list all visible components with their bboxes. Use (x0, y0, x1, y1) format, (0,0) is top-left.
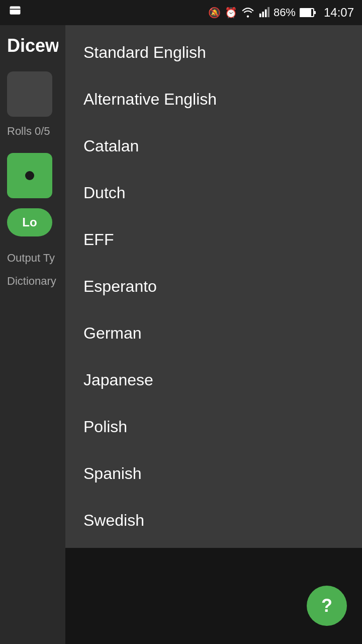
signal-icon (258, 7, 269, 18)
dropdown-item-label-alternative-english: Alternative English (83, 90, 217, 109)
output-type-label: Output Ty (7, 252, 58, 265)
dropdown-item-polish[interactable]: Polish (65, 404, 362, 450)
notification-icon (8, 5, 22, 21)
wifi-icon (241, 7, 254, 18)
dropdown-item-label-catalan: Catalan (83, 137, 139, 155)
svg-rect-6 (300, 9, 311, 16)
svg-rect-3 (265, 10, 267, 18)
svg-rect-2 (262, 12, 264, 17)
dropdown-item-label-japanese: Japanese (83, 371, 153, 389)
status-bar: 🔕 ⏰ 86% 14:07 (0, 0, 362, 25)
alarm-icon: ⏰ (225, 7, 237, 19)
svg-rect-0 (10, 7, 21, 15)
dropdown-item-label-spanish: Spanish (83, 464, 142, 483)
dropdown-item-japanese[interactable]: Japanese (65, 357, 362, 404)
dictionary-label: Dictionary (7, 275, 58, 288)
help-fab-button[interactable]: ? (307, 586, 347, 626)
dropdown-item-german[interactable]: German (65, 310, 362, 357)
dropdown-item-swedish[interactable]: Swedish (65, 497, 362, 544)
dictionary-dropdown: Standard EnglishAlternative EnglishCatal… (65, 25, 362, 548)
svg-rect-4 (267, 7, 269, 17)
lock-button[interactable]: Lo (7, 208, 52, 236)
status-icons: 🔕 ⏰ 86% 14:07 (208, 6, 354, 20)
status-time: 14:07 (324, 6, 354, 20)
dice-dot (25, 171, 34, 180)
app-title: Dicew (7, 35, 58, 56)
mute-icon: 🔕 (208, 7, 221, 19)
dropdown-item-label-polish: Polish (83, 418, 127, 436)
dropdown-item-label-dutch: Dutch (83, 184, 126, 202)
dropdown-item-catalan[interactable]: Catalan (65, 123, 362, 170)
dropdown-item-label-german: German (83, 324, 142, 343)
help-icon: ? (321, 595, 332, 616)
dice-placeholder (7, 71, 52, 117)
battery-icon (300, 8, 316, 18)
svg-rect-1 (259, 14, 261, 17)
dice-green[interactable] (7, 153, 52, 198)
dropdown-item-label-esperanto: Esperanto (83, 277, 157, 296)
dropdown-item-standard-english[interactable]: Standard English (65, 29, 362, 76)
background-app: Dicew Rolls 0/5 Lo Output Ty Dictionary (0, 25, 65, 644)
svg-rect-7 (314, 11, 316, 14)
battery-percentage: 86% (274, 6, 296, 19)
lock-button-label: Lo (22, 215, 37, 229)
rolls-counter: Rolls 0/5 (7, 125, 58, 138)
dropdown-item-esperanto[interactable]: Esperanto (65, 263, 362, 310)
dropdown-item-eff[interactable]: EFF (65, 216, 362, 263)
dropdown-item-spanish[interactable]: Spanish (65, 450, 362, 497)
dropdown-item-label-eff: EFF (83, 230, 114, 249)
dropdown-item-alternative-english[interactable]: Alternative English (65, 76, 362, 123)
dropdown-item-label-standard-english: Standard English (83, 43, 206, 62)
dropdown-item-dutch[interactable]: Dutch (65, 170, 362, 216)
dropdown-item-label-swedish: Swedish (83, 511, 144, 530)
